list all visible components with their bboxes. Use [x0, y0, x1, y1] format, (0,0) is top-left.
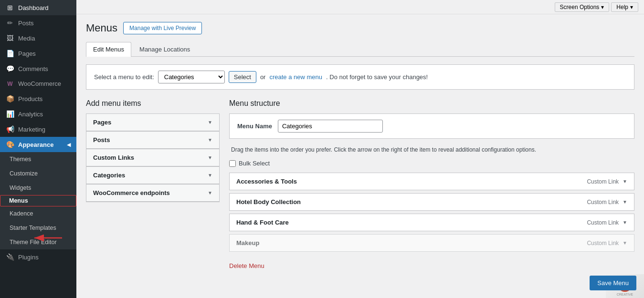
- analytics-icon: 📊: [6, 110, 14, 118]
- sidebar-item-marketing[interactable]: 📢 Marketing: [0, 122, 76, 137]
- menu-item-hand-foot-arrow-icon[interactable]: ▼: [623, 220, 627, 225]
- menu-item-hotel-body-right: Custom Link ▼: [587, 199, 627, 206]
- products-icon: 📦: [6, 95, 14, 103]
- media-icon: 🖼: [6, 34, 14, 42]
- menu-structure-panel: Menu structure Menu Name Drag the items …: [229, 99, 634, 269]
- menu-item-hotel-body: Hotel Body Collection Custom Link ▼: [229, 193, 634, 211]
- accordion-custom-links-header[interactable]: Custom Links ▼: [86, 149, 219, 166]
- sidebar-item-products[interactable]: 📦 Products: [0, 91, 76, 106]
- menu-select[interactable]: Categories: [158, 71, 225, 83]
- delete-menu-link[interactable]: Delete Menu: [229, 262, 264, 269]
- select-label: Select a menu to edit:: [94, 73, 154, 81]
- topbar: Screen Options ▾ Help ▾: [76, 0, 644, 14]
- screen-options-arrow-icon: ▾: [601, 4, 604, 10]
- dashboard-icon: ⊞: [6, 4, 14, 11]
- content-area: Menus Manage with Live Preview Edit Menu…: [76, 14, 644, 298]
- sidebar-item-pages[interactable]: 📄 Pages: [0, 46, 76, 61]
- accordion-woocommerce-endpoints-header[interactable]: WooCommerce endpoints ▼: [86, 185, 219, 202]
- sidebar-item-plugins[interactable]: 🔌 Plugins: [0, 249, 76, 265]
- tab-manage-locations[interactable]: Manage Locations: [132, 42, 197, 56]
- sidebar: ⊞ Dashboard ✏ Posts 🖼 Media 📄 Pages 💬 Co…: [0, 0, 76, 298]
- tab-edit-menus[interactable]: Edit Menus: [86, 42, 131, 57]
- custom-links-chevron-icon: ▼: [208, 155, 212, 160]
- sidebar-item-posts[interactable]: ✏ Posts: [0, 15, 76, 31]
- sidebar-item-customize[interactable]: Customize: [0, 166, 76, 181]
- accordion: Pages ▼ Posts ▼ Custom Links ▼: [86, 113, 220, 202]
- select-button[interactable]: Select: [229, 71, 256, 83]
- bulk-select-checkbox[interactable]: [229, 160, 236, 167]
- sidebar-item-dashboard[interactable]: ⊞ Dashboard: [0, 0, 76, 15]
- accordion-woocommerce-endpoints: WooCommerce endpoints ▼: [86, 184, 220, 202]
- plugins-icon: 🔌: [6, 253, 14, 261]
- page-title: Menus: [86, 22, 117, 34]
- help-arrow-icon: ▾: [630, 4, 633, 10]
- woocommerce-icon: W: [6, 81, 14, 87]
- help-button[interactable]: Help ▾: [611, 2, 638, 12]
- page-title-row: Menus Manage with Live Preview: [86, 22, 634, 34]
- tabs-row: Edit Menus Manage Locations: [86, 42, 634, 57]
- add-menu-title: Add menu items: [86, 99, 220, 108]
- comments-icon: 💬: [6, 65, 14, 72]
- sidebar-item-analytics[interactable]: 📊 Analytics: [0, 106, 76, 122]
- marketing-icon: 📢: [6, 125, 14, 133]
- bulk-select-row: Bulk Select: [229, 160, 634, 167]
- sidebar-item-media[interactable]: 🖼 Media: [0, 31, 76, 46]
- menu-item-hand-foot: Hand & Foot Care Custom Link ▼: [229, 214, 634, 231]
- sidebar-item-themes[interactable]: Themes: [0, 152, 76, 166]
- menu-item-makeup-label: Makeup: [236, 239, 259, 247]
- sidebar-item-widgets[interactable]: Widgets: [0, 181, 76, 195]
- bulk-select-label: Bulk Select: [239, 160, 270, 167]
- menu-items-list: Accessories & Tools Custom Link ▼ Hotel …: [229, 173, 634, 252]
- appearance-submenu: Themes Customize Widgets Menus Kadence S…: [0, 152, 76, 249]
- menu-item-hand-foot-label: Hand & Foot Care: [236, 219, 289, 226]
- accordion-categories-header[interactable]: Categories ▼: [86, 167, 219, 184]
- appearance-collapse-icon: ◀: [67, 142, 71, 148]
- woocommerce-endpoints-chevron-icon: ▼: [208, 190, 212, 195]
- sidebar-item-comments[interactable]: 💬 Comments: [0, 61, 76, 76]
- accordion-categories: Categories ▼: [86, 166, 220, 185]
- add-menu-panel: Add menu items Pages ▼ Posts ▼: [86, 99, 220, 202]
- accordion-pages-header[interactable]: Pages ▼: [86, 114, 219, 131]
- menu-item-accessories-right: Custom Link ▼: [587, 178, 627, 185]
- menu-item-accessories-arrow-icon[interactable]: ▼: [623, 179, 627, 184]
- pages-icon: 📄: [6, 50, 14, 57]
- menu-item-makeup-right: Custom Link ▼: [587, 240, 627, 247]
- or-text: or: [260, 73, 266, 81]
- menu-name-input[interactable]: [278, 120, 383, 133]
- menu-item-makeup: Makeup Custom Link ▼: [229, 234, 634, 252]
- two-column-layout: Add menu items Pages ▼ Posts ▼: [86, 99, 634, 269]
- menu-item-makeup-arrow-icon[interactable]: ▼: [623, 240, 627, 246]
- menu-name-row: Menu Name: [229, 113, 634, 139]
- accordion-posts-header[interactable]: Posts ▼: [86, 132, 219, 149]
- posts-icon: ✏: [6, 19, 14, 27]
- menu-item-hotel-body-arrow-icon[interactable]: ▼: [623, 199, 627, 205]
- accordion-posts: Posts ▼: [86, 131, 220, 149]
- posts-chevron-icon: ▼: [208, 137, 212, 143]
- save-reminder-text: . Do not forget to save your changes!: [326, 73, 428, 81]
- menu-item-accessories-label: Accessories & Tools: [236, 178, 297, 185]
- create-new-menu-link[interactable]: create a new menu: [269, 73, 322, 81]
- sidebar-item-kadence[interactable]: Kadence: [0, 206, 76, 221]
- menu-item-hotel-body-label: Hotel Body Collection: [236, 198, 301, 206]
- live-preview-button[interactable]: Manage with Live Preview: [123, 22, 202, 34]
- sidebar-item-starter-templates[interactable]: Starter Templates: [0, 221, 76, 235]
- select-menu-row: Select a menu to edit: Categories Select…: [86, 64, 634, 90]
- drag-hint-text: Drag the items into the order you prefer…: [229, 145, 634, 154]
- screen-options-button[interactable]: Screen Options ▾: [555, 2, 610, 12]
- categories-chevron-icon: ▼: [208, 173, 212, 178]
- sidebar-item-theme-file-editor[interactable]: Theme File Editor: [0, 235, 76, 249]
- sidebar-item-menus[interactable]: Menus: [0, 195, 76, 206]
- accordion-pages: Pages ▼: [86, 113, 220, 132]
- accordion-custom-links: Custom Links ▼: [86, 149, 220, 167]
- menu-name-label: Menu Name: [237, 123, 272, 130]
- save-menu-button[interactable]: Save Menu: [590, 276, 636, 290]
- sidebar-item-appearance[interactable]: 🎨 Appearance ◀: [0, 137, 76, 152]
- menu-item-hand-foot-right: Custom Link ▼: [587, 219, 627, 226]
- sidebar-item-woocommerce[interactable]: W WooCommerce: [0, 76, 76, 91]
- main-content: Screen Options ▾ Help ▾ Menus Manage wit…: [76, 0, 644, 298]
- menu-structure-title: Menu structure: [229, 99, 634, 108]
- appearance-icon: 🎨: [6, 141, 14, 148]
- menu-item-accessories: Accessories & Tools Custom Link ▼: [229, 173, 634, 190]
- pages-chevron-icon: ▼: [208, 120, 212, 125]
